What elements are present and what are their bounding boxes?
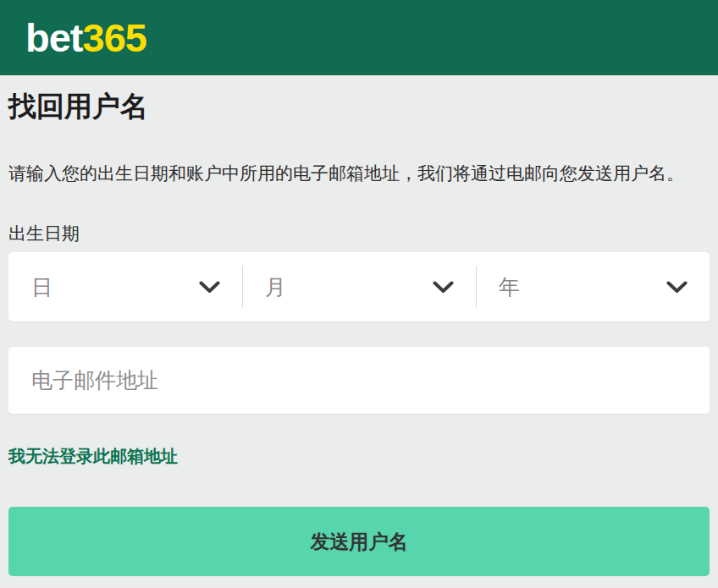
cant-access-email-link[interactable]: 我无法登录此邮箱地址	[8, 446, 178, 466]
bet365-logo[interactable]: bet365	[25, 18, 146, 58]
dob-month-select[interactable]: 月	[242, 252, 476, 321]
logo-text-bet: bet	[25, 15, 83, 60]
dob-year-select[interactable]: 年	[476, 252, 710, 321]
dob-day-select[interactable]: 日	[8, 252, 242, 321]
dob-year-value: 年	[499, 273, 520, 301]
send-username-button[interactable]: 发送用户名	[8, 507, 710, 576]
email-input[interactable]	[8, 347, 710, 414]
chevron-down-icon	[433, 281, 454, 294]
chevron-down-icon	[199, 281, 220, 294]
dob-month-value: 月	[265, 273, 286, 301]
dob-label: 出生日期	[8, 222, 710, 245]
instruction-text: 请输入您的出生日期和账户中所用的电子邮箱地址，我们将通过电邮向您发送用户名。	[8, 161, 710, 186]
page-title: 找回用户名	[8, 90, 710, 124]
main-content: 找回用户名 请输入您的出生日期和账户中所用的电子邮箱地址，我们将通过电邮向您发送…	[0, 90, 718, 576]
header: bet365	[0, 0, 718, 75]
logo-text-365: 365	[83, 15, 146, 60]
dob-day-value: 日	[31, 273, 52, 301]
dob-select-row: 日 月 年	[8, 252, 710, 321]
chevron-down-icon	[666, 281, 688, 294]
